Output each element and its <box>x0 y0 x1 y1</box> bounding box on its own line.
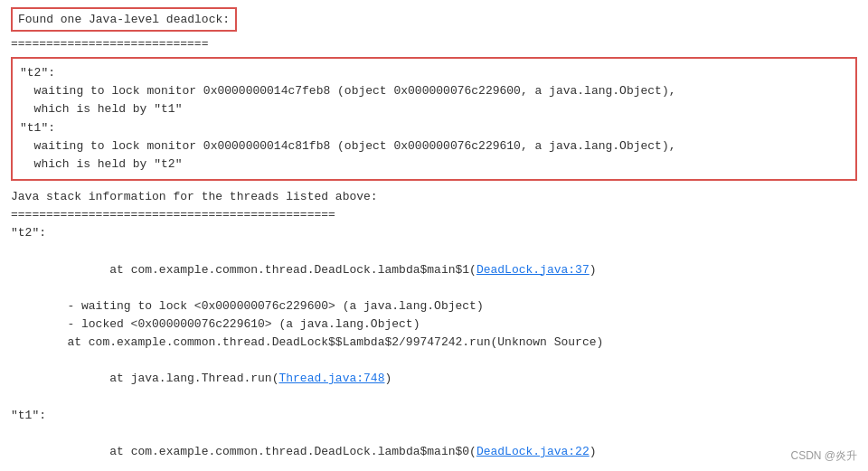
stack-t2-line1-text: at com.example.common.thread.DeadLock.la… <box>53 263 476 277</box>
stack-section: Java stack information for the threads l… <box>11 188 857 471</box>
stack-t2-link1[interactable]: DeadLock.java:37 <box>476 263 590 277</box>
t1-held: which is held by "t2" <box>20 155 848 174</box>
stack-t1-line1-end: ) <box>590 445 597 458</box>
stack-t1-line1: at com.example.common.thread.DeadLock.la… <box>11 425 857 471</box>
stack-t2-line1: at com.example.common.thread.DeadLock.la… <box>11 242 857 297</box>
stack-t2-line5-text: at java.lang.Thread.run( <box>53 372 279 385</box>
t2-label: "t2": <box>20 64 848 82</box>
deadlock-details-section: "t2": waiting to lock monitor 0x00000000… <box>11 57 857 181</box>
stack-t2-label: "t2": <box>11 224 857 242</box>
stack-t2-line1-end: ) <box>590 263 597 277</box>
main-container: Found one Java-level deadlock: =========… <box>0 0 868 471</box>
stack-intro: Java stack information for the threads l… <box>11 188 857 206</box>
stack-t1-line1-text: at com.example.common.thread.DeadLock.la… <box>53 445 476 458</box>
separator1: ============================ <box>11 35 857 53</box>
stack-t1-label: "t1": <box>11 407 857 425</box>
stack-t2-line2: - waiting to lock <0x000000076c229600> (… <box>11 297 857 316</box>
stack-t2-line4: at com.example.common.thread.DeadLock$$L… <box>11 334 857 352</box>
stack-t1-link1[interactable]: DeadLock.java:22 <box>476 445 590 458</box>
watermark: CSDN @炎升 <box>790 448 857 464</box>
found-deadlock-box: Found one Java-level deadlock: <box>11 7 237 32</box>
stack-t2-line5-end: ) <box>384 372 392 385</box>
found-deadlock-label: Found one Java-level deadlock: <box>18 13 230 26</box>
t2-waiting: waiting to lock monitor 0x0000000014c7fe… <box>20 82 848 100</box>
t1-label: "t1": <box>20 119 848 137</box>
t1-waiting: waiting to lock monitor 0x0000000014c81f… <box>20 137 848 155</box>
stack-t2-line3: - locked <0x000000076c229610> (a java.la… <box>11 316 857 334</box>
t2-held: which is held by "t1" <box>20 100 848 118</box>
stack-t2-line5: at java.lang.Thread.run(Thread.java:748) <box>11 352 857 406</box>
stack-t2-link2[interactable]: Thread.java:748 <box>278 372 384 385</box>
separator2: ========================================… <box>11 206 857 224</box>
